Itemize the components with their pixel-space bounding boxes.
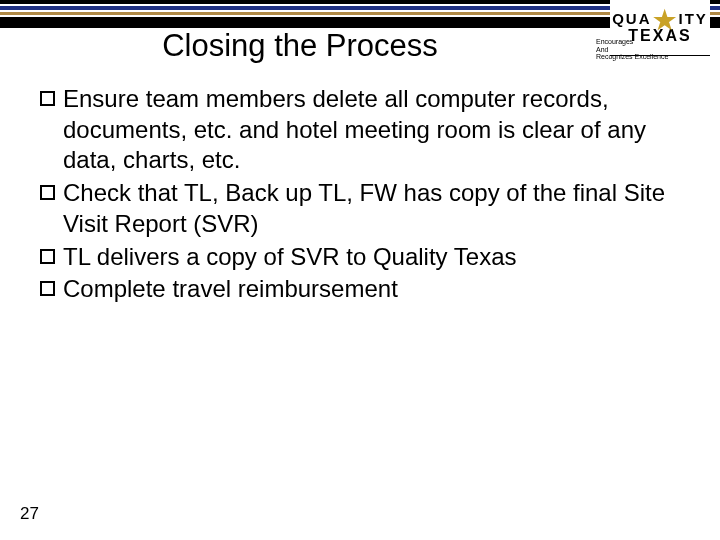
square-bullet-icon [40, 249, 55, 264]
logo-text-qua: QUA [612, 10, 651, 27]
logo-text-ity: ITY [679, 10, 708, 27]
bullet-item: Ensure team members delete all computer … [40, 84, 670, 176]
slide: QUA ★ ITY TEXAS Encourages And Recognize… [0, 0, 720, 540]
bullet-text: TL delivers a copy of SVR to Quality Tex… [63, 242, 670, 273]
tagline-line-3: Recognizes Excellence [596, 53, 706, 61]
bullet-text: Check that TL, Back up TL, FW has copy o… [63, 178, 670, 239]
tagline-line-2: And [596, 46, 706, 54]
slide-body: Ensure team members delete all computer … [40, 84, 670, 307]
square-bullet-icon [40, 281, 55, 296]
bullet-item: Check that TL, Back up TL, FW has copy o… [40, 178, 670, 239]
tagline-line-1: Encourages [596, 38, 706, 46]
page-number: 27 [20, 504, 39, 524]
bullet-text: Complete travel reimbursement [63, 274, 670, 305]
bullet-item: Complete travel reimbursement [40, 274, 670, 305]
square-bullet-icon [40, 185, 55, 200]
square-bullet-icon [40, 91, 55, 106]
logo-line-quality: QUA ★ ITY [612, 10, 708, 27]
bullet-item: TL delivers a copy of SVR to Quality Tex… [40, 242, 670, 273]
logo-tagline: Encourages And Recognizes Excellence [596, 38, 706, 61]
slide-title: Closing the Process [0, 28, 600, 64]
bullet-text: Ensure team members delete all computer … [63, 84, 670, 176]
